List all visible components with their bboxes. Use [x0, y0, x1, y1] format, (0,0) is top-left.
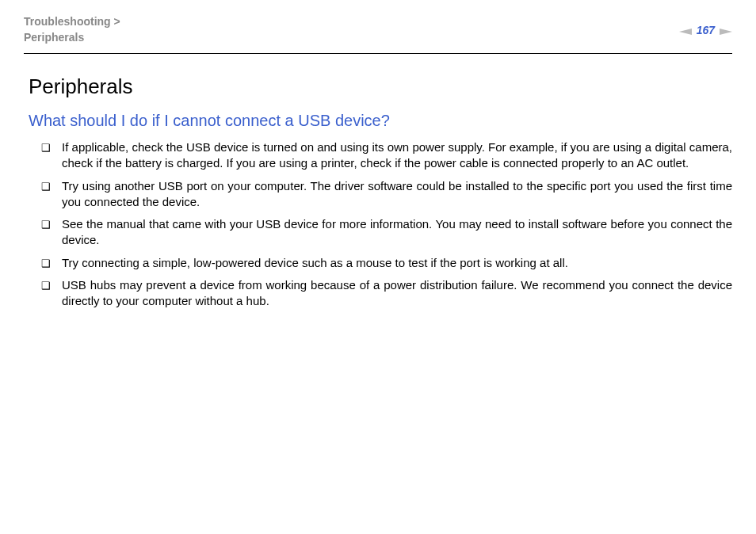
page-title: Peripherals: [29, 74, 732, 99]
next-page-arrow-icon[interactable]: [720, 25, 732, 35]
bullet-icon: ❑: [41, 180, 51, 194]
list-item: ❑ USB hubs may prevent a device from wor…: [41, 277, 732, 310]
svg-marker-0: [679, 29, 692, 35]
bullet-list: ❑ If applicable, check the USB device is…: [29, 139, 732, 309]
page-content: Peripherals What should I do if I cannot…: [24, 74, 732, 309]
bullet-icon: ❑: [41, 141, 51, 155]
breadcrumb-current[interactable]: Peripherals: [24, 30, 120, 46]
bullet-icon: ❑: [41, 218, 51, 232]
bullet-text: Try using another USB port on your compu…: [62, 178, 732, 211]
bullet-text: Try connecting a simple, low-powered dev…: [62, 255, 732, 271]
section-heading: What should I do if I cannot connect a U…: [29, 112, 732, 130]
list-item: ❑ See the manual that came with your USB…: [41, 216, 732, 249]
list-item: ❑ If applicable, check the USB device is…: [41, 139, 732, 172]
bullet-text: If applicable, check the USB device is t…: [62, 139, 732, 172]
prev-page-arrow-icon[interactable]: [679, 25, 692, 35]
page-header: Troubleshooting > Peripherals 167: [24, 14, 732, 54]
bullet-text: See the manual that came with your USB d…: [62, 216, 732, 249]
bullet-icon: ❑: [41, 257, 51, 271]
breadcrumb: Troubleshooting > Peripherals: [24, 14, 120, 45]
bullet-text: USB hubs may prevent a device from worki…: [62, 277, 732, 310]
breadcrumb-parent[interactable]: Troubleshooting >: [24, 14, 120, 30]
page-navigation: 167: [679, 14, 732, 36]
page-number: 167: [697, 24, 715, 36]
bullet-icon: ❑: [41, 279, 51, 293]
list-item: ❑ Try connecting a simple, low-powered d…: [41, 255, 732, 271]
list-item: ❑ Try using another USB port on your com…: [41, 178, 732, 211]
svg-marker-1: [720, 29, 732, 35]
